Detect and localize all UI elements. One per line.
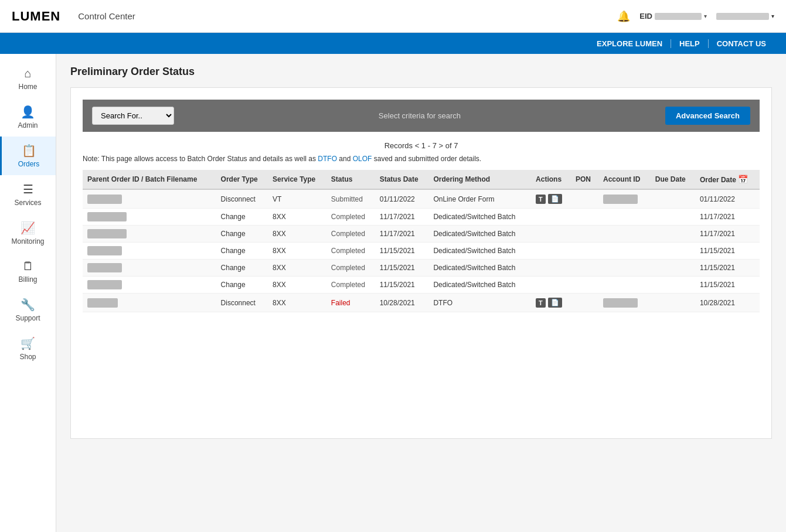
cell-actions: T 📄 (531, 294, 571, 312)
order-id-link[interactable]: XXXXXXX (87, 263, 122, 272)
sidebar-label-home: Home (18, 83, 37, 91)
monitoring-icon: 📈 (21, 221, 35, 235)
search-criteria-text: Select criteria for search (181, 111, 658, 120)
blue-nav-bar: EXPLORE LUMEN HELP CONTACT US (0, 33, 786, 54)
order-id-link[interactable]: XXXXXXX (87, 246, 122, 255)
lumen-logo: LUMEN (12, 9, 60, 24)
content-box: Search For.. Select criteria for search … (70, 87, 772, 439)
order-date-calendar-icon[interactable]: 📅 (738, 175, 748, 184)
cell-ordering-method: Dedicated/Switched Batch (428, 226, 531, 243)
cell-order-id: XXXXXXX (83, 277, 216, 294)
cell-status: Failed (326, 294, 375, 312)
header-right: 🔔 EID ▾ ▾ (617, 10, 774, 23)
eid-value (655, 13, 702, 20)
col-order-type: Order Type (216, 170, 268, 189)
cell-order-type: Change (216, 277, 268, 294)
cell-account-id: XXXXXXX (598, 189, 651, 209)
cell-ordering-method: DTFO (428, 294, 531, 312)
cell-order-type: Change (216, 226, 268, 243)
sidebar-label-services: Services (14, 199, 41, 207)
cell-service-type: 8XX (268, 260, 326, 277)
table-row: XXXXXXXX Change 8XX Completed 11/17/2021… (83, 226, 760, 243)
search-for-select[interactable]: Search For.. (92, 107, 174, 125)
action-icons: T 📄 (536, 298, 566, 308)
action-icons: T 📄 (536, 194, 566, 204)
cell-ordering-method: Dedicated/Switched Batch (428, 209, 531, 226)
account-id-value: XXXXXXX (603, 298, 638, 308)
cell-status: Completed (326, 243, 375, 260)
cell-order-date: 11/15/2021 (695, 277, 760, 294)
cell-order-date: 11/17/2021 (695, 226, 760, 243)
cell-actions (531, 277, 571, 294)
cell-due-date (651, 277, 695, 294)
cell-order-date: 10/28/2021 (695, 294, 760, 312)
cell-account-id (598, 226, 651, 243)
action-doc-btn[interactable]: 📄 (548, 194, 562, 204)
sidebar-item-monitoring[interactable]: 📈 Monitoring (0, 214, 56, 253)
cell-due-date (651, 209, 695, 226)
col-service-type: Service Type (268, 170, 326, 189)
order-id-link[interactable]: XXXXXX (87, 298, 118, 308)
cell-pon (571, 260, 598, 277)
col-actions: Actions (531, 170, 571, 189)
cell-service-type: 8XX (268, 277, 326, 294)
sidebar-item-admin[interactable]: 👤 Admin (0, 98, 56, 137)
advanced-search-button[interactable]: Advanced Search (665, 107, 750, 125)
sidebar-item-home[interactable]: ⌂ Home (0, 60, 56, 98)
cell-account-id (598, 209, 651, 226)
order-id-link[interactable]: XXXXXXX (87, 280, 122, 289)
admin-icon: 👤 (21, 105, 35, 119)
order-id-link[interactable]: XXXXXXXX (87, 229, 127, 238)
cell-service-type: VT (268, 189, 326, 209)
dtfo-link[interactable]: DTFO (318, 155, 337, 163)
cell-status-date: 11/17/2021 (375, 209, 429, 226)
cell-actions (531, 243, 571, 260)
main-layout: ⌂ Home 👤 Admin 📋 Orders ☰ Services 📈 Mon… (0, 54, 786, 532)
col-order-date: Order Date 📅 (695, 170, 760, 189)
cell-ordering-method: OnLine Order Form (428, 189, 531, 209)
cell-pon (571, 209, 598, 226)
cell-service-type: 8XX (268, 226, 326, 243)
cell-status: Completed (326, 226, 375, 243)
contact-us-link[interactable]: CONTACT US (708, 39, 774, 48)
billing-icon: 🗒 (22, 260, 34, 273)
sidebar-item-orders[interactable]: 📋 Orders (0, 137, 56, 175)
cell-account-id (598, 260, 651, 277)
notifications-bell-icon[interactable]: 🔔 (617, 10, 630, 23)
col-parent-order-id: Parent Order ID / Batch Filename (83, 170, 216, 189)
home-icon: ⌂ (24, 67, 31, 80)
sidebar-item-billing[interactable]: 🗒 Billing (0, 253, 56, 291)
user-account-selector[interactable]: ▾ (716, 13, 774, 20)
action-text-btn[interactable]: T (536, 298, 546, 308)
table-row: XXXXXXX Disconnect VT Submitted 01/11/20… (83, 189, 760, 209)
sidebar-label-shop: Shop (19, 353, 36, 361)
cell-ordering-method: Dedicated/Switched Batch (428, 277, 531, 294)
eid-selector[interactable]: EID ▾ (639, 12, 707, 21)
cell-status: Completed (326, 260, 375, 277)
cell-due-date (651, 294, 695, 312)
cell-order-id: XXXXXX (83, 294, 216, 312)
eid-chevron-icon: ▾ (704, 13, 707, 19)
olof-link[interactable]: OLOF (353, 155, 372, 163)
cell-status: Completed (326, 209, 375, 226)
col-due-date: Due Date (651, 170, 695, 189)
action-text-btn[interactable]: T (536, 195, 546, 204)
order-id-link[interactable]: XXXXXXX (87, 195, 122, 204)
explore-lumen-link[interactable]: EXPLORE LUMEN (588, 39, 671, 48)
support-icon: 🔧 (21, 298, 35, 312)
action-doc-btn[interactable]: 📄 (548, 298, 562, 308)
account-id-value: XXXXXXX (603, 195, 638, 204)
cell-order-type: Change (216, 243, 268, 260)
order-id-link[interactable]: XXXXXXXX (87, 212, 127, 221)
cell-order-type: Disconnect (216, 294, 268, 312)
eid-label: EID (639, 12, 652, 21)
shop-icon: 🛒 (21, 336, 35, 350)
table-row: XXXXXX Disconnect 8XX Failed 10/28/2021 … (83, 294, 760, 312)
help-link[interactable]: HELP (671, 39, 708, 48)
cell-account-id (598, 277, 651, 294)
sidebar-item-support[interactable]: 🔧 Support (0, 291, 56, 329)
sidebar-item-shop[interactable]: 🛒 Shop (0, 329, 56, 368)
table-row: XXXXXXX Change 8XX Completed 11/15/2021 … (83, 260, 760, 277)
sidebar-item-services[interactable]: ☰ Services (0, 175, 56, 214)
cell-order-type: Disconnect (216, 189, 268, 209)
